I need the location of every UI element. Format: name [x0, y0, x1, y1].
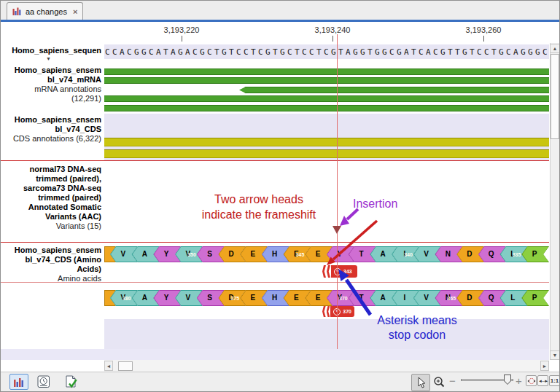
- amino-acid-letter: V: [120, 250, 125, 258]
- view-bottom-band: [1, 349, 549, 360]
- dna-base: T: [368, 46, 373, 58]
- fit-width-button[interactable]: ◄─►: [537, 375, 548, 386]
- clock-icon: [37, 375, 50, 388]
- dna-base: C: [506, 46, 511, 58]
- amino-acid-letter: H: [272, 294, 277, 302]
- annotation-bar[interactable]: [104, 105, 549, 111]
- stop-codon-badge[interactable]: * 343: [322, 265, 357, 278]
- dna-base: C: [324, 46, 329, 58]
- frameshift-note-line1: Two arrow heads: [186, 192, 332, 207]
- scroll-up-button[interactable]: ▲: [550, 44, 560, 53]
- sequence-expand-icon[interactable]: ▼: [46, 56, 51, 61]
- stop-codon-badge[interactable]: * 370: [322, 306, 354, 317]
- zoom-in-button[interactable]: +: [516, 372, 522, 391]
- amino-acid-letter: I: [403, 294, 405, 302]
- scroll-down-button[interactable]: ▼: [550, 350, 560, 360]
- dna-base: C: [419, 46, 424, 58]
- dna-base: T: [316, 46, 322, 58]
- dna-base: G: [280, 46, 285, 58]
- frameshift-note: Two arrow heads indicate the frameshift: [186, 192, 332, 222]
- zoom-100-button[interactable]: 1:1: [549, 375, 560, 386]
- dna-base: T: [455, 46, 460, 58]
- cursor-icon: [416, 377, 426, 388]
- amino-acid-P[interactable]: P: [521, 290, 549, 306]
- dna-base: C: [258, 46, 263, 58]
- amino-acid-letter: E: [294, 294, 299, 302]
- amino-acid-letter: A: [381, 294, 386, 302]
- dna-base: C: [542, 46, 548, 58]
- dna-base: A: [404, 46, 409, 58]
- frameshift-arrowhead-icon: [322, 265, 326, 278]
- frameshift-arrowhead-icon: [327, 306, 330, 317]
- dna-base: T: [295, 46, 300, 58]
- dna-base: C: [127, 46, 132, 58]
- tab-aa-changes[interactable]: aa changes ×: [7, 2, 83, 20]
- cds-annotations: [104, 138, 549, 160]
- pointer-tool-button[interactable]: [411, 374, 430, 391]
- annotation-bar[interactable]: [104, 68, 549, 75]
- close-icon[interactable]: ×: [73, 7, 77, 16]
- dna-base: C: [192, 46, 198, 58]
- amino-acid-letter: V: [424, 294, 429, 302]
- amino-acid-row-2: V380AYVSD375EHEEY370TAIVN365DQLP: [104, 290, 549, 306]
- annotation-bar[interactable]: [104, 149, 549, 158]
- dna-base: T: [411, 46, 416, 58]
- annotation-bar[interactable]: [239, 87, 549, 93]
- dna-base: C: [389, 46, 394, 58]
- dna-base: A: [185, 46, 190, 58]
- zoom-tool-button[interactable]: [430, 374, 448, 390]
- dna-base: T: [214, 46, 219, 58]
- tab-bar: aa changes ×: [1, 1, 559, 20]
- label-line: Homo_sapiens_ensem: [1, 66, 101, 75]
- residue-number: 375: [231, 296, 240, 301]
- zoom-to-selection-button[interactable]: [526, 375, 537, 386]
- label-line: (12,291): [1, 94, 101, 103]
- document-check-icon: [64, 375, 79, 389]
- dna-base: G: [360, 46, 365, 58]
- horizontal-scrollbar[interactable]: [104, 360, 549, 372]
- dna-base: G: [178, 46, 183, 58]
- annotation-bar[interactable]: [104, 77, 549, 84]
- frameshift-arrowhead-icon: [322, 306, 326, 317]
- amino-acid-P[interactable]: P: [521, 246, 549, 262]
- dna-base: T: [229, 46, 234, 58]
- ruler-tick-mark: [483, 36, 484, 42]
- dna-base: G: [222, 46, 227, 58]
- dna-base: G: [499, 46, 504, 58]
- label-line: sarcoma73 DNA-seq: [1, 184, 101, 193]
- dna-base: G: [535, 46, 540, 58]
- label-line: mRNA annotations: [1, 85, 101, 94]
- horizontal-scrollbar-thumb[interactable]: [118, 361, 133, 371]
- dna-base: T: [273, 46, 278, 58]
- annotation-bar[interactable]: [104, 95, 549, 102]
- scroll-left-button[interactable]: ◄: [104, 361, 113, 371]
- amino-acid-letter: H: [272, 250, 277, 258]
- residue-number: 380: [122, 296, 131, 301]
- track-label-text: Homo_sapiens_ensembl_v74_CDS (AminoAcids…: [1, 246, 101, 274]
- element-info-view-button[interactable]: [62, 374, 81, 390]
- stop-codon-note: Asterisk means stop codon: [362, 313, 472, 342]
- stop-codon-badge-body: * 370: [330, 306, 354, 317]
- dna-base: A: [156, 46, 161, 58]
- label-line: normal73 DNA-seq: [1, 165, 101, 174]
- amino-acid-letter: S: [207, 250, 212, 258]
- label-line: CDS annotations (6,322): [1, 134, 101, 144]
- tab-title: aa changes: [26, 7, 67, 16]
- insertion-note: Insertion: [353, 196, 397, 211]
- label-line: trimmed (paired),: [1, 174, 101, 184]
- history-view-button[interactable]: [34, 374, 53, 390]
- track-chart-icon: [12, 7, 22, 16]
- scroll-right-button[interactable]: ►: [540, 361, 549, 371]
- track-label-text: Homo_sapiens_ensembl_v74_mRNA: [1, 66, 101, 85]
- amino-acid-letter: T: [359, 294, 363, 302]
- asterisk-icon: *: [334, 268, 341, 275]
- track-label-cds: Homo_sapiens_ensembl_v74_CDS CDS annotat…: [1, 115, 101, 144]
- track-separator-line: [1, 160, 549, 161]
- ruler-tick-label: 3,193,260: [466, 26, 502, 34]
- dna-base: C: [112, 46, 117, 58]
- amino-acid-letter: V: [185, 294, 190, 302]
- track-view-button[interactable]: [9, 374, 28, 390]
- zoom-out-button[interactable]: −: [449, 372, 456, 391]
- vertical-scrollbar-thumb[interactable]: [551, 54, 559, 139]
- annotation-bar[interactable]: [104, 138, 549, 146]
